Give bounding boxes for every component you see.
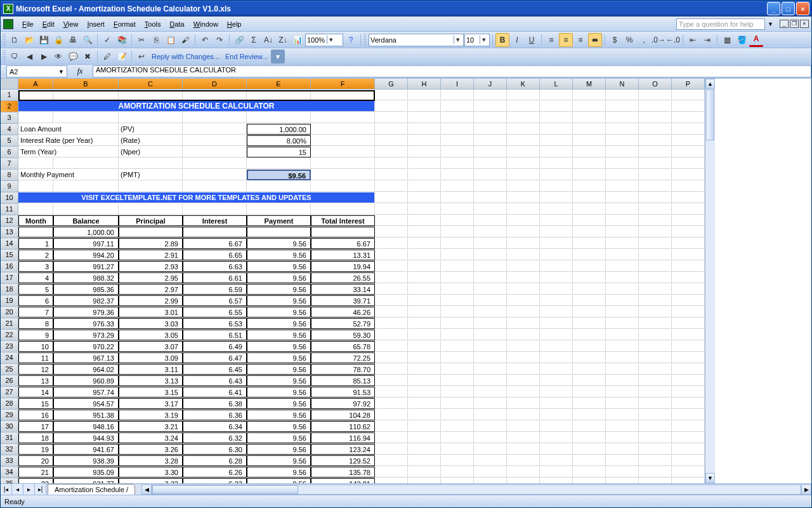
cell[interactable] (606, 135, 639, 146)
cell[interactable] (408, 432, 441, 443)
new-comment-icon[interactable]: 🗨 (8, 50, 22, 64)
cell[interactable]: 3.19 (119, 410, 183, 420)
cell[interactable] (540, 204, 573, 215)
cell[interactable] (507, 90, 540, 100)
cell[interactable] (606, 238, 639, 249)
cell[interactable] (441, 444, 474, 455)
cell[interactable] (474, 112, 507, 123)
cell[interactable] (311, 181, 375, 192)
cell[interactable] (672, 410, 705, 420)
cell[interactable]: Balance (53, 215, 119, 226)
row-header-20[interactable]: 20 (1, 307, 18, 318)
cell[interactable] (441, 467, 474, 478)
cell[interactable] (375, 204, 408, 215)
cell[interactable] (474, 204, 507, 215)
cell[interactable] (408, 250, 441, 260)
toolbar-options-icon[interactable]: ▾ (271, 50, 285, 64)
cell[interactable]: 6.53 (183, 318, 247, 329)
cell[interactable] (474, 318, 507, 329)
cell[interactable] (375, 410, 408, 420)
redo-icon[interactable]: ↷ (213, 33, 226, 47)
cell[interactable] (639, 135, 672, 146)
cell[interactable] (119, 158, 183, 169)
cell[interactable] (672, 227, 705, 237)
cell[interactable] (639, 90, 672, 100)
cell[interactable] (474, 467, 507, 478)
cell[interactable]: 6.65 (183, 250, 247, 260)
cell[interactable] (606, 478, 639, 483)
cell[interactable] (18, 204, 53, 215)
cell[interactable] (573, 478, 606, 483)
cell[interactable] (639, 158, 672, 169)
cell[interactable] (573, 135, 606, 146)
cell[interactable] (247, 181, 311, 192)
cell[interactable] (441, 124, 474, 135)
document-icon[interactable] (3, 19, 13, 29)
cell[interactable]: (PV) (119, 124, 183, 135)
cell[interactable] (573, 330, 606, 340)
permission-icon[interactable]: 🔒 (51, 33, 65, 47)
cell[interactable]: 116.94 (311, 432, 375, 443)
menu-file[interactable]: File (18, 19, 37, 29)
cell[interactable] (672, 261, 705, 272)
cell[interactable] (540, 101, 573, 112)
cell[interactable] (441, 238, 474, 249)
cell[interactable] (540, 455, 573, 466)
cell[interactable] (573, 387, 606, 398)
cell[interactable]: 938.39 (53, 455, 119, 466)
cell[interactable]: 85.13 (311, 375, 375, 386)
cell[interactable] (183, 90, 247, 100)
sort-asc-icon[interactable]: A↓ (261, 33, 275, 47)
cell[interactable] (573, 455, 606, 466)
cell[interactable] (474, 455, 507, 466)
cell[interactable] (672, 307, 705, 318)
cell[interactable]: 3.09 (119, 352, 183, 363)
cell[interactable] (573, 192, 606, 203)
cell[interactable]: 3.13 (119, 375, 183, 386)
cell[interactable]: 982.37 (53, 295, 119, 306)
cell[interactable] (474, 192, 507, 203)
cell[interactable] (606, 90, 639, 100)
cell[interactable]: Loan Amount (18, 124, 119, 135)
cell[interactable]: 11 (18, 352, 53, 363)
cell[interactable]: 9.56 (247, 467, 311, 478)
cell[interactable] (540, 352, 573, 363)
spreadsheet-grid[interactable]: ABCDEFGHIJKLMNOP12AMORTIZATION SCHEDULE … (1, 79, 705, 483)
cell[interactable] (639, 444, 672, 455)
cell[interactable] (507, 387, 540, 398)
row-header-34[interactable]: 34 (1, 467, 18, 478)
cell[interactable] (183, 147, 247, 157)
cell[interactable] (573, 295, 606, 306)
cell[interactable] (507, 215, 540, 226)
cell[interactable] (408, 204, 441, 215)
cell[interactable] (540, 318, 573, 329)
cell[interactable] (375, 330, 408, 340)
cell[interactable] (573, 170, 606, 180)
cell[interactable] (606, 101, 639, 112)
cell[interactable] (375, 215, 408, 226)
cell[interactable]: 3 (18, 261, 53, 272)
row-header-31[interactable]: 31 (1, 432, 18, 444)
cell[interactable]: 7 (18, 307, 53, 318)
menu-insert[interactable]: Insert (83, 19, 108, 29)
cell[interactable] (375, 90, 408, 100)
maximize-button[interactable]: □ (782, 2, 795, 15)
cell[interactable] (441, 215, 474, 226)
cell[interactable] (672, 387, 705, 398)
cell[interactable] (474, 215, 507, 226)
cell[interactable] (375, 181, 408, 192)
cell[interactable] (639, 112, 672, 123)
cell[interactable] (119, 204, 183, 215)
cell[interactable] (375, 101, 408, 112)
cell[interactable]: 9.56 (247, 398, 311, 409)
cell[interactable]: 3.15 (119, 387, 183, 398)
cell[interactable] (408, 238, 441, 249)
cell[interactable] (672, 181, 705, 192)
cell[interactable] (441, 135, 474, 146)
cell[interactable] (507, 261, 540, 272)
row-header-12[interactable]: 12 (1, 215, 18, 227)
cell[interactable]: 110.62 (311, 421, 375, 432)
cell[interactable] (408, 192, 441, 203)
cell[interactable] (474, 135, 507, 146)
cell[interactable] (573, 410, 606, 420)
